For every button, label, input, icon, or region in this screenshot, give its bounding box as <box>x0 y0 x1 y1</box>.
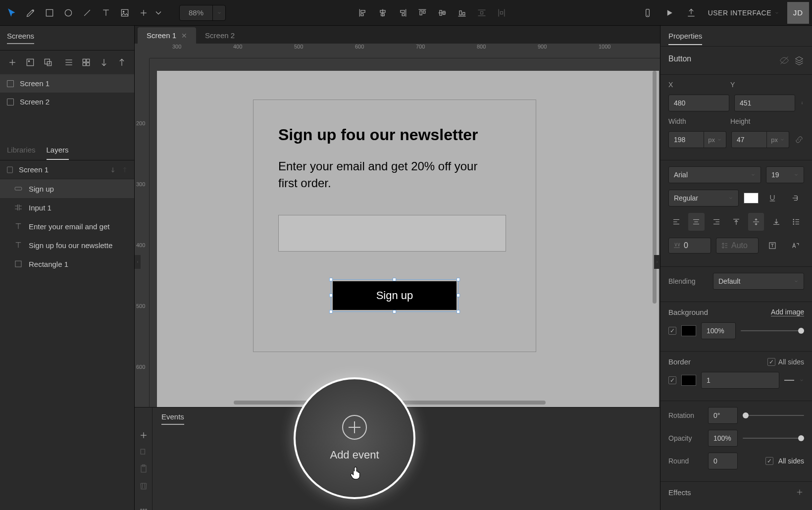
valign-middle-icon[interactable] <box>748 213 764 231</box>
zoom-control[interactable]: 88% <box>179 5 226 21</box>
layers-tab[interactable]: Layers <box>47 146 69 160</box>
pointer-tool[interactable] <box>3 4 21 22</box>
round-input[interactable] <box>708 453 738 469</box>
text-color-swatch[interactable] <box>744 193 759 204</box>
artboard-rectangle[interactable]: Sign up fou our newsletter Enter your em… <box>253 100 536 352</box>
screens-tab[interactable]: Screens <box>7 32 34 44</box>
y-input[interactable] <box>734 95 795 111</box>
layer-item-text1[interactable]: Enter your email and get <box>0 217 134 236</box>
properties-tab[interactable]: Properties <box>668 32 702 45</box>
email-input[interactable] <box>278 215 506 252</box>
artboard-viewport[interactable]: Sign up fou our newsletter Enter your em… <box>157 71 659 407</box>
image-tool[interactable] <box>116 4 134 22</box>
import-image-icon[interactable] <box>23 53 38 71</box>
border-width-input[interactable] <box>701 372 779 389</box>
zoom-dropdown-icon[interactable] <box>212 5 225 20</box>
layer-root[interactable]: Screen 1 <box>0 160 134 179</box>
text-align-right-icon[interactable] <box>709 213 724 231</box>
collapse-left-icon[interactable] <box>135 255 141 269</box>
align-center-v-icon[interactable] <box>433 4 451 22</box>
grid-view-icon[interactable] <box>79 53 94 71</box>
duplicate-screen-icon[interactable] <box>41 53 55 71</box>
letter-spacing-input[interactable]: 0 <box>684 241 688 250</box>
screen-item-2[interactable]: Screen 2 <box>0 93 134 111</box>
align-top-icon[interactable] <box>413 4 431 22</box>
body-text[interactable]: Enter your email and get 20% off your fi… <box>278 158 491 191</box>
bg-opacity-slider[interactable] <box>741 330 804 331</box>
font-weight-select[interactable]: Regular <box>668 190 739 206</box>
add-tool[interactable] <box>135 4 152 22</box>
layer-item-signup[interactable]: Sign up <box>0 179 134 198</box>
play-icon[interactable] <box>660 4 678 22</box>
bg-color-swatch[interactable] <box>681 325 696 336</box>
layer-order-icon[interactable] <box>794 55 804 65</box>
list-icon[interactable] <box>788 213 804 231</box>
width-input[interactable] <box>668 131 704 148</box>
round-allsides-checkbox[interactable] <box>765 457 773 465</box>
bg-opacity-input[interactable] <box>701 322 736 339</box>
add-screen-icon[interactable] <box>5 53 20 71</box>
text-tool[interactable] <box>97 4 115 22</box>
pin-icon[interactable] <box>800 98 804 108</box>
x-input[interactable] <box>668 95 729 111</box>
valign-top-icon[interactable] <box>728 213 744 231</box>
align-right-icon[interactable] <box>394 4 411 22</box>
border-style-dropdown-icon[interactable] <box>799 378 804 383</box>
add-tool-dropdown-icon[interactable] <box>153 4 163 22</box>
libraries-tab[interactable]: Libraries <box>7 146 36 160</box>
align-bottom-icon[interactable] <box>453 4 471 22</box>
zoom-value[interactable]: 88% <box>180 8 212 17</box>
rect-tool[interactable] <box>41 4 58 22</box>
underline-icon[interactable] <box>763 189 781 207</box>
add-event-icon[interactable] <box>135 430 152 440</box>
ellipse-tool[interactable] <box>59 4 77 22</box>
sort-down-icon[interactable] <box>97 53 111 71</box>
rotation-input[interactable] <box>708 407 738 424</box>
events-tab[interactable]: Events <box>161 412 184 425</box>
arrow-down-icon[interactable] <box>109 166 116 173</box>
font-size-select[interactable]: 19 <box>766 166 804 183</box>
opacity-input[interactable] <box>708 430 738 447</box>
add-image-link[interactable]: Add image <box>771 308 804 316</box>
collapse-right-icon[interactable] <box>654 255 660 269</box>
layer-item-rect[interactable]: Rectangle 1 <box>0 255 134 273</box>
blending-select[interactable]: Default <box>713 273 804 290</box>
line-height-input[interactable]: Auto <box>731 241 748 250</box>
text-align-left-icon[interactable] <box>668 213 684 231</box>
link-dimensions-icon[interactable] <box>794 135 804 145</box>
layer-item-input[interactable]: Input 1 <box>0 198 134 217</box>
heading-text[interactable]: Sign up fou our newsletter <box>278 126 511 144</box>
strikethrough-icon[interactable] <box>786 189 804 207</box>
rotation-slider[interactable] <box>743 415 804 416</box>
border-allsides-checkbox[interactable] <box>767 358 775 366</box>
close-tab-icon[interactable]: ✕ <box>181 32 187 40</box>
border-color-swatch[interactable] <box>681 375 696 386</box>
add-event-highlight[interactable]: Add event <box>294 377 415 499</box>
align-left-icon[interactable] <box>354 4 372 22</box>
layer-item-text2[interactable]: Sign up fou our newslette <box>0 236 134 255</box>
add-effect-icon[interactable] <box>795 488 804 497</box>
align-center-h-icon[interactable] <box>374 4 392 22</box>
valign-bottom-icon[interactable] <box>768 213 784 231</box>
plus-circle-icon[interactable] <box>342 415 367 440</box>
opacity-slider[interactable] <box>743 438 804 439</box>
sort-up-icon[interactable] <box>114 53 129 71</box>
font-family-select[interactable]: Arial <box>668 166 761 183</box>
export-icon[interactable] <box>682 4 700 22</box>
signup-button[interactable]: Sign up <box>333 281 457 310</box>
line-tool[interactable] <box>78 4 96 22</box>
visibility-icon[interactable] <box>779 55 789 65</box>
text-box-icon[interactable] <box>763 237 781 255</box>
tab-screen-1[interactable]: Screen 1✕ <box>138 27 196 44</box>
pen-tool[interactable] <box>22 4 40 22</box>
tab-screen-2[interactable]: Screen 2 <box>196 27 244 44</box>
text-overflow-icon[interactable] <box>786 237 804 255</box>
more-events-icon[interactable] <box>135 505 152 510</box>
screen-item-1[interactable]: Screen 1 <box>0 74 134 93</box>
text-align-center-icon[interactable] <box>688 213 704 231</box>
border-enabled-checkbox[interactable] <box>668 376 676 384</box>
canvas-area[interactable]: 300 400 500 600 700 800 900 1000 200 300… <box>135 44 660 407</box>
mode-dropdown[interactable]: USER INTERFACE <box>704 9 783 17</box>
border-style-icon[interactable] <box>784 380 794 381</box>
bg-enabled-checkbox[interactable] <box>668 327 676 335</box>
